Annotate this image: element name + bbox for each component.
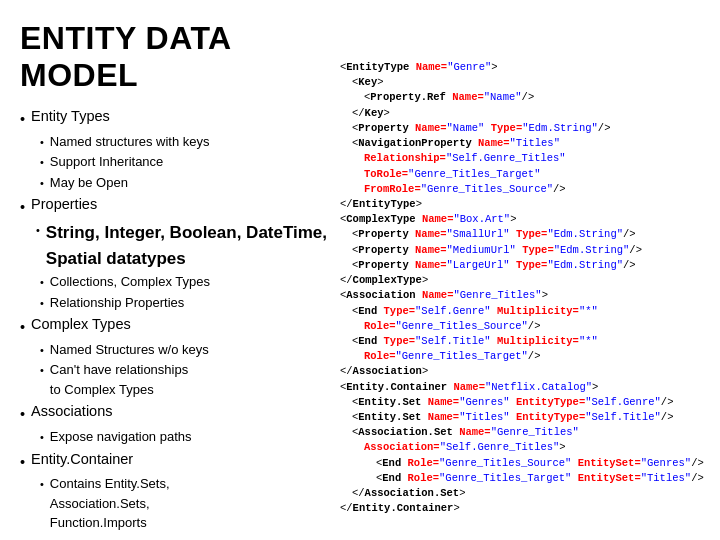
section-entity-types: • Entity Types • Named structures with k… bbox=[20, 106, 330, 192]
code-line: Relationship="Self.Genre_Titles" bbox=[340, 151, 704, 166]
code-line: Role="Genre_Titles_Target"/> bbox=[340, 349, 704, 364]
associations-subitems: • Expose navigation paths bbox=[20, 427, 330, 447]
code-line: Association="Self.Genre_Titles"> bbox=[340, 440, 704, 455]
section-label: Associations bbox=[31, 401, 112, 423]
code-line: </Association> bbox=[340, 364, 704, 379]
code-line: <NavigationProperty Name="Titles" bbox=[340, 136, 704, 151]
item-label: Can't have relationshipsto Complex Types bbox=[50, 360, 188, 399]
item-label: Support Inheritance bbox=[50, 152, 163, 172]
list-item: • String, Integer, Boolean, DateTime,Spa… bbox=[36, 220, 330, 271]
section-properties: • Properties • String, Integer, Boolean,… bbox=[20, 194, 330, 312]
code-line: <Property Name="MediumUrl" Type="Edm.Str… bbox=[340, 243, 704, 258]
code-line: <ComplexType Name="Box.Art"> bbox=[340, 212, 704, 227]
bullet-icon: • bbox=[20, 109, 25, 131]
section-label: Entity Types bbox=[31, 106, 110, 128]
list-item: • May be Open bbox=[40, 173, 330, 193]
list-item: • Named Structures w/o keys bbox=[40, 340, 330, 360]
code-line: <Property Name="LargeUrl" Type="Edm.Stri… bbox=[340, 258, 704, 273]
code-line: </Association.Set> bbox=[340, 486, 704, 501]
code-line: </ComplexType> bbox=[340, 273, 704, 288]
bullet-icon: • bbox=[36, 222, 40, 239]
list-item: • Contains Entity.Sets,Association.Sets,… bbox=[40, 474, 330, 533]
section-label: Properties bbox=[31, 194, 97, 216]
bullet-icon: • bbox=[40, 274, 44, 291]
code-line: <End Role="Genre_Titles_Target" EntitySe… bbox=[340, 471, 704, 486]
code-line: <Property Name="Name" Type="Edm.String"/… bbox=[340, 121, 704, 136]
bullet-icon: • bbox=[20, 404, 25, 426]
bullet-icon: • bbox=[40, 342, 44, 359]
code-line: Role="Genre_Titles_Source"/> bbox=[340, 319, 704, 334]
section-label: Complex Types bbox=[31, 314, 131, 336]
code-line: </Entity.Container> bbox=[340, 501, 704, 516]
item-label: Relationship Properties bbox=[50, 293, 184, 313]
bullet-icon: • bbox=[40, 476, 44, 493]
code-line: <Entity.Set Name="Genres" EntityType="Se… bbox=[340, 395, 704, 410]
code-line: <End Type="Self.Title" Multiplicity="*" bbox=[340, 334, 704, 349]
bullet-icon: • bbox=[40, 134, 44, 151]
content-list: • Entity Types • Named structures with k… bbox=[20, 106, 330, 533]
code-line: <Entity.Container Name="Netflix.Catalog"… bbox=[340, 380, 704, 395]
entity-types-subitems: • Named structures with keys • Support I… bbox=[20, 132, 330, 193]
code-line: <EntityType Name="Genre"> bbox=[340, 60, 704, 75]
slide: ENTITY DATA MODEL • Entity Types • Named… bbox=[0, 0, 720, 540]
bullet-icon: • bbox=[40, 362, 44, 379]
bullet-icon: • bbox=[40, 295, 44, 312]
section-entity-container: • Entity.Container • Contains Entity.Set… bbox=[20, 449, 330, 533]
item-label: Collections, Complex Types bbox=[50, 272, 210, 292]
code-line: </EntityType> bbox=[340, 197, 704, 212]
code-line: <Property.Ref Name="Name"/> bbox=[340, 90, 704, 105]
bullet-icon: • bbox=[20, 452, 25, 474]
code-line: <Entity.Set Name="Titles" EntityType="Se… bbox=[340, 410, 704, 425]
code-line: ToRole="Genre_Titles_Target" bbox=[340, 167, 704, 182]
slide-title: ENTITY DATA MODEL bbox=[20, 20, 330, 94]
item-label: Named structures with keys bbox=[50, 132, 210, 152]
section-associations: • Associations • Expose navigation paths bbox=[20, 401, 330, 446]
item-label: Named Structures w/o keys bbox=[50, 340, 209, 360]
item-label: May be Open bbox=[50, 173, 128, 193]
code-line: <End Type="Self.Genre" Multiplicity="*" bbox=[340, 304, 704, 319]
complex-types-subitems: • Named Structures w/o keys • Can't have… bbox=[20, 340, 330, 400]
left-panel: ENTITY DATA MODEL • Entity Types • Named… bbox=[20, 20, 330, 530]
item-label: Contains Entity.Sets,Association.Sets,Fu… bbox=[50, 474, 170, 533]
entity-container-subitems: • Contains Entity.Sets,Association.Sets,… bbox=[20, 474, 330, 533]
code-line: <End Role="Genre_Titles_Source" EntitySe… bbox=[340, 456, 704, 471]
bullet-icon: • bbox=[40, 429, 44, 446]
bullet-icon: • bbox=[40, 175, 44, 192]
list-item: • Can't have relationshipsto Complex Typ… bbox=[40, 360, 330, 399]
item-label: Expose navigation paths bbox=[50, 427, 192, 447]
list-item: • Expose navigation paths bbox=[40, 427, 330, 447]
properties-subitems: • String, Integer, Boolean, DateTime,Spa… bbox=[20, 220, 330, 312]
list-item: • Collections, Complex Types bbox=[40, 272, 330, 292]
code-line: </Key> bbox=[340, 106, 704, 121]
code-line: <Key> bbox=[340, 75, 704, 90]
section-complex-types: • Complex Types • Named Structures w/o k… bbox=[20, 314, 330, 399]
list-item: • Relationship Properties bbox=[40, 293, 330, 313]
code-line: <Association.Set Name="Genre_Titles" bbox=[340, 425, 704, 440]
bullet-icon: • bbox=[20, 197, 25, 219]
code-line: <Property Name="SmallUrl" Type="Edm.Stri… bbox=[340, 227, 704, 242]
item-label: String, Integer, Boolean, DateTime,Spati… bbox=[46, 220, 327, 271]
code-line: FromRole="Genre_Titles_Source"/> bbox=[340, 182, 704, 197]
bullet-icon: • bbox=[40, 154, 44, 171]
code-panel: <EntityType Name="Genre"> <Key> <Propert… bbox=[340, 20, 704, 530]
section-label: Entity.Container bbox=[31, 449, 133, 471]
code-line: <Association Name="Genre_Titles"> bbox=[340, 288, 704, 303]
list-item: • Named structures with keys bbox=[40, 132, 330, 152]
list-item: • Support Inheritance bbox=[40, 152, 330, 172]
bullet-icon: • bbox=[20, 317, 25, 339]
